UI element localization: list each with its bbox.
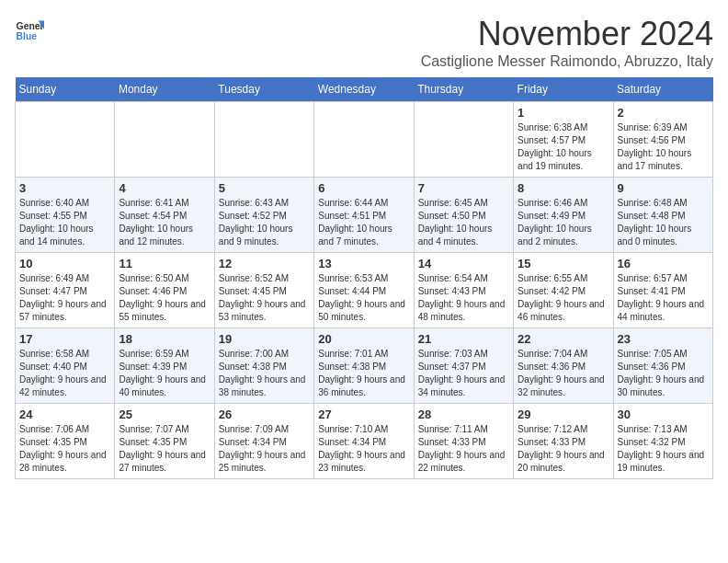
calendar-week-3: 10Sunrise: 6:49 AM Sunset: 4:47 PM Dayli… [16, 253, 713, 328]
day-info: Sunrise: 6:46 AM Sunset: 4:49 PM Dayligh… [518, 197, 609, 248]
calendar-week-2: 3Sunrise: 6:40 AM Sunset: 4:55 PM Daylig… [16, 178, 713, 253]
calendar-cell: 6Sunrise: 6:44 AM Sunset: 4:51 PM Daylig… [314, 178, 414, 253]
calendar-cell: 23Sunrise: 7:05 AM Sunset: 4:36 PM Dayli… [613, 328, 712, 404]
calendar-cell: 14Sunrise: 6:54 AM Sunset: 4:43 PM Dayli… [414, 253, 513, 328]
calendar-cell: 29Sunrise: 7:12 AM Sunset: 4:33 PM Dayli… [514, 404, 613, 479]
calendar-cell: 17Sunrise: 6:58 AM Sunset: 4:40 PM Dayli… [16, 328, 115, 404]
day-info: Sunrise: 6:53 AM Sunset: 4:44 PM Dayligh… [318, 272, 409, 324]
page-header: General Blue November 2024 Castiglione M… [15, 15, 713, 70]
day-number: 19 [219, 332, 310, 346]
calendar-week-4: 17Sunrise: 6:58 AM Sunset: 4:40 PM Dayli… [16, 328, 713, 404]
calendar-week-5: 24Sunrise: 7:06 AM Sunset: 4:35 PM Dayli… [16, 404, 713, 479]
day-info: Sunrise: 6:54 AM Sunset: 4:43 PM Dayligh… [418, 272, 509, 324]
day-number: 24 [19, 408, 110, 421]
day-info: Sunrise: 6:57 AM Sunset: 4:41 PM Dayligh… [618, 272, 709, 324]
calendar-cell: 9Sunrise: 6:48 AM Sunset: 4:48 PM Daylig… [613, 178, 712, 253]
day-number: 9 [618, 181, 709, 195]
calendar-cell: 30Sunrise: 7:13 AM Sunset: 4:32 PM Dayli… [613, 404, 712, 479]
day-number: 28 [418, 408, 509, 421]
calendar-cell: 28Sunrise: 7:11 AM Sunset: 4:33 PM Dayli… [414, 404, 513, 479]
location-subtitle: Castiglione Messer Raimondo, Abruzzo, It… [421, 53, 713, 70]
logo-icon: General Blue [15, 15, 44, 44]
day-info: Sunrise: 6:58 AM Sunset: 4:40 PM Dayligh… [19, 348, 110, 399]
col-sunday: Sunday [16, 77, 115, 102]
day-info: Sunrise: 6:52 AM Sunset: 4:45 PM Dayligh… [219, 272, 310, 324]
calendar-cell: 26Sunrise: 7:09 AM Sunset: 4:34 PM Dayli… [214, 404, 313, 479]
day-info: Sunrise: 6:48 AM Sunset: 4:48 PM Dayligh… [618, 197, 709, 248]
day-number: 2 [618, 106, 709, 120]
calendar-week-1: 1Sunrise: 6:38 AM Sunset: 4:57 PM Daylig… [16, 102, 713, 178]
day-info: Sunrise: 7:03 AM Sunset: 4:37 PM Dayligh… [418, 348, 509, 399]
calendar-cell: 13Sunrise: 6:53 AM Sunset: 4:44 PM Dayli… [314, 253, 414, 328]
calendar-table: Sunday Monday Tuesday Wednesday Thursday… [15, 77, 713, 479]
day-number: 26 [219, 408, 310, 421]
calendar-cell: 19Sunrise: 7:00 AM Sunset: 4:38 PM Dayli… [214, 328, 313, 404]
day-info: Sunrise: 7:10 AM Sunset: 4:34 PM Dayligh… [318, 423, 409, 475]
calendar-header: Sunday Monday Tuesday Wednesday Thursday… [16, 77, 713, 102]
day-number: 18 [119, 332, 210, 346]
calendar-cell: 2Sunrise: 6:39 AM Sunset: 4:56 PM Daylig… [613, 102, 712, 178]
day-number: 23 [618, 332, 709, 346]
col-thursday: Thursday [414, 77, 513, 102]
calendar-cell: 11Sunrise: 6:50 AM Sunset: 4:46 PM Dayli… [115, 253, 214, 328]
day-info: Sunrise: 7:04 AM Sunset: 4:36 PM Dayligh… [518, 348, 609, 399]
day-info: Sunrise: 6:55 AM Sunset: 4:42 PM Dayligh… [518, 272, 609, 324]
day-info: Sunrise: 7:09 AM Sunset: 4:34 PM Dayligh… [219, 423, 310, 475]
month-title: November 2024 [421, 15, 713, 53]
calendar-cell: 21Sunrise: 7:03 AM Sunset: 4:37 PM Dayli… [414, 328, 513, 404]
day-number: 13 [318, 257, 409, 270]
calendar-cell: 4Sunrise: 6:41 AM Sunset: 4:54 PM Daylig… [115, 178, 214, 253]
day-number: 4 [119, 181, 210, 195]
day-number: 1 [518, 106, 609, 120]
day-number: 29 [518, 408, 609, 421]
calendar-cell [115, 102, 214, 178]
day-number: 22 [518, 332, 609, 346]
day-info: Sunrise: 7:11 AM Sunset: 4:33 PM Dayligh… [418, 423, 509, 475]
day-info: Sunrise: 6:40 AM Sunset: 4:55 PM Dayligh… [19, 197, 110, 248]
day-info: Sunrise: 6:41 AM Sunset: 4:54 PM Dayligh… [119, 197, 210, 248]
col-saturday: Saturday [613, 77, 712, 102]
title-section: November 2024 Castiglione Messer Raimond… [421, 15, 713, 70]
calendar-cell: 16Sunrise: 6:57 AM Sunset: 4:41 PM Dayli… [613, 253, 712, 328]
calendar-cell: 7Sunrise: 6:45 AM Sunset: 4:50 PM Daylig… [414, 178, 513, 253]
day-info: Sunrise: 6:49 AM Sunset: 4:47 PM Dayligh… [19, 272, 110, 324]
day-info: Sunrise: 7:05 AM Sunset: 4:36 PM Dayligh… [618, 348, 709, 399]
calendar-cell: 27Sunrise: 7:10 AM Sunset: 4:34 PM Dayli… [314, 404, 414, 479]
day-info: Sunrise: 6:39 AM Sunset: 4:56 PM Dayligh… [618, 121, 709, 173]
day-number: 15 [518, 257, 609, 270]
calendar-body: 1Sunrise: 6:38 AM Sunset: 4:57 PM Daylig… [16, 102, 713, 479]
col-tuesday: Tuesday [214, 77, 313, 102]
day-info: Sunrise: 6:38 AM Sunset: 4:57 PM Dayligh… [518, 121, 609, 173]
calendar-cell: 1Sunrise: 6:38 AM Sunset: 4:57 PM Daylig… [514, 102, 613, 178]
day-number: 10 [19, 257, 110, 270]
day-info: Sunrise: 6:45 AM Sunset: 4:50 PM Dayligh… [418, 197, 509, 248]
day-number: 25 [119, 408, 210, 421]
calendar-cell: 12Sunrise: 6:52 AM Sunset: 4:45 PM Dayli… [214, 253, 313, 328]
calendar-cell: 18Sunrise: 6:59 AM Sunset: 4:39 PM Dayli… [115, 328, 214, 404]
calendar-cell [414, 102, 513, 178]
col-wednesday: Wednesday [314, 77, 414, 102]
col-monday: Monday [115, 77, 214, 102]
col-friday: Friday [514, 77, 613, 102]
day-info: Sunrise: 6:50 AM Sunset: 4:46 PM Dayligh… [119, 272, 210, 324]
day-number: 21 [418, 332, 509, 346]
day-info: Sunrise: 7:01 AM Sunset: 4:38 PM Dayligh… [318, 348, 409, 399]
day-number: 7 [418, 181, 509, 195]
day-info: Sunrise: 7:06 AM Sunset: 4:35 PM Dayligh… [19, 423, 110, 475]
day-number: 8 [518, 181, 609, 195]
day-number: 5 [219, 181, 310, 195]
calendar-cell [214, 102, 313, 178]
day-number: 12 [219, 257, 310, 270]
calendar-cell: 3Sunrise: 6:40 AM Sunset: 4:55 PM Daylig… [16, 178, 115, 253]
day-number: 3 [19, 181, 110, 195]
day-info: Sunrise: 6:43 AM Sunset: 4:52 PM Dayligh… [219, 197, 310, 248]
calendar-cell: 20Sunrise: 7:01 AM Sunset: 4:38 PM Dayli… [314, 328, 414, 404]
day-number: 6 [318, 181, 409, 195]
day-info: Sunrise: 7:07 AM Sunset: 4:35 PM Dayligh… [119, 423, 210, 475]
day-number: 14 [418, 257, 509, 270]
calendar-cell: 5Sunrise: 6:43 AM Sunset: 4:52 PM Daylig… [214, 178, 313, 253]
calendar-cell: 8Sunrise: 6:46 AM Sunset: 4:49 PM Daylig… [514, 178, 613, 253]
calendar-cell: 10Sunrise: 6:49 AM Sunset: 4:47 PM Dayli… [16, 253, 115, 328]
calendar-cell: 15Sunrise: 6:55 AM Sunset: 4:42 PM Dayli… [514, 253, 613, 328]
calendar-cell [16, 102, 115, 178]
